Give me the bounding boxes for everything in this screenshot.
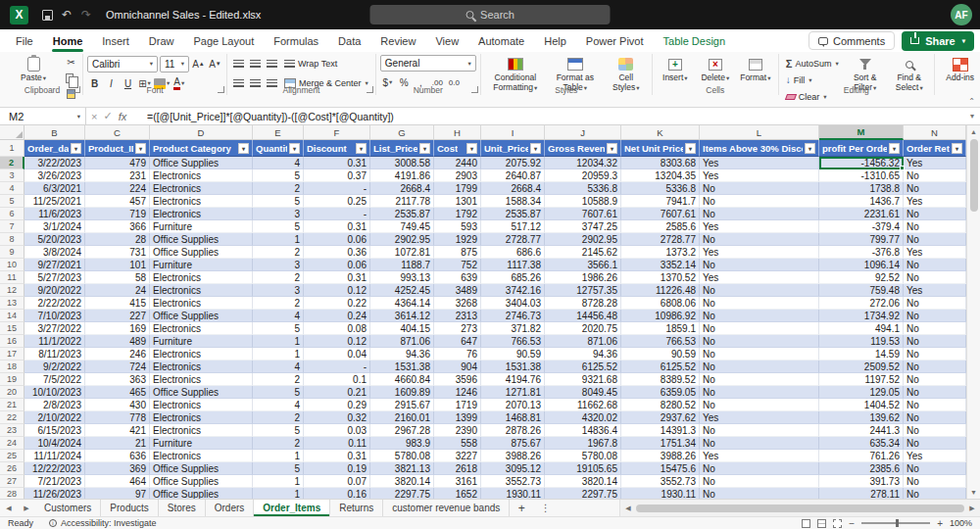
cell-I12[interactable]: 3742.16	[481, 284, 545, 297]
cell-N25[interactable]: Yes	[904, 450, 966, 462]
cell-G11[interactable]: 993.13	[370, 271, 434, 284]
zoom-slider-thumb[interactable]	[896, 519, 899, 527]
cell-L20[interactable]: No	[700, 386, 819, 399]
row-header-12[interactable]: 12	[0, 284, 24, 297]
cell-M4[interactable]: 1738.8	[819, 182, 904, 195]
cell-I5[interactable]: 1588.34	[481, 195, 545, 208]
cell-C21[interactable]: 430	[85, 399, 150, 411]
number-format-select[interactable]: General▾	[380, 55, 476, 72]
cell-M19[interactable]: 1197.52	[819, 373, 904, 386]
format-cells-button[interactable]: Format▾	[737, 55, 774, 83]
cell-D13[interactable]: Electronics	[150, 297, 253, 310]
cell-I7[interactable]: 517.12	[481, 220, 545, 233]
cell-B10[interactable]: 9/27/2021	[24, 259, 85, 271]
cell-D24[interactable]: Furniture	[150, 437, 253, 450]
cell-I25[interactable]: 3988.26	[481, 450, 545, 462]
cell-K25[interactable]: 3988.26	[621, 450, 700, 462]
cell-F25[interactable]: 0.31	[304, 450, 370, 462]
cell-F16[interactable]: 0.12	[304, 335, 370, 348]
cell-F6[interactable]: -	[304, 208, 370, 220]
table-header-N[interactable]: Order Returne▾	[904, 140, 966, 157]
cell-C22[interactable]: 778	[85, 411, 150, 424]
row-header-2[interactable]: 2	[0, 157, 24, 169]
row-header-4[interactable]: 4	[0, 182, 24, 195]
cell-K8[interactable]: 2728.77	[621, 233, 700, 246]
cell-F4[interactable]: -	[304, 182, 370, 195]
scroll-down-icon[interactable]: ▼	[967, 486, 980, 499]
cell-C8[interactable]: 28	[85, 233, 150, 246]
cell-I27[interactable]: 3552.73	[481, 475, 545, 488]
column-header-N[interactable]: N	[904, 125, 966, 140]
column-header-C[interactable]: C	[85, 125, 150, 140]
filter-button[interactable]: ▾	[889, 143, 900, 154]
row-header-21[interactable]: 21	[0, 399, 24, 411]
cell-I4[interactable]: 2668.4	[481, 182, 545, 195]
cell-L28[interactable]: No	[700, 488, 819, 499]
cell-L9[interactable]: Yes	[700, 246, 819, 259]
cell-L7[interactable]: Yes	[700, 220, 819, 233]
cell-C23[interactable]: 421	[85, 424, 150, 437]
cell-K17[interactable]: 90.59	[621, 348, 700, 361]
cell-E26[interactable]: 5	[253, 462, 304, 475]
cell-L4[interactable]: No	[700, 182, 819, 195]
sheet-tab-customers[interactable]: Customers	[35, 500, 101, 516]
cell-G10[interactable]: 1188.7	[370, 259, 434, 271]
cell-B14[interactable]: 7/10/2023	[24, 310, 85, 322]
cell-K12[interactable]: 11226.48	[621, 284, 700, 297]
cell-H12[interactable]: 3489	[434, 284, 481, 297]
cell-N21[interactable]: No	[904, 399, 966, 411]
add-sheet-button[interactable]: +	[510, 500, 533, 516]
row-header-19[interactable]: 19	[0, 373, 24, 386]
zoom-out-button[interactable]: −	[849, 518, 855, 529]
cell-H2[interactable]: 2440	[434, 157, 481, 169]
column-header-I[interactable]: I	[481, 125, 545, 140]
cell-H26[interactable]: 2618	[434, 462, 481, 475]
cell-M25[interactable]: 761.26	[819, 450, 904, 462]
cell-D22[interactable]: Electronics	[150, 411, 253, 424]
cell-L15[interactable]: No	[700, 322, 819, 335]
cell-E25[interactable]: 1	[253, 450, 304, 462]
cell-G25[interactable]: 5780.08	[370, 450, 434, 462]
cell-I19[interactable]: 4194.76	[481, 373, 545, 386]
cell-J15[interactable]: 2020.75	[545, 322, 621, 335]
cell-K28[interactable]: 1930.11	[621, 488, 700, 499]
cell-B24[interactable]: 10/4/2024	[24, 437, 85, 450]
sheet-tab-stores[interactable]: Stores	[159, 500, 206, 516]
cell-C20[interactable]: 465	[85, 386, 150, 399]
cell-G21[interactable]: 2915.67	[370, 399, 434, 411]
cell-G9[interactable]: 1072.81	[370, 246, 434, 259]
cell-N22[interactable]: No	[904, 411, 966, 424]
cell-K3[interactable]: 13204.35	[621, 169, 700, 182]
cell-K9[interactable]: 1373.2	[621, 246, 700, 259]
cell-L6[interactable]: No	[700, 208, 819, 220]
cell-E8[interactable]: 1	[253, 233, 304, 246]
filter-button[interactable]: ▾	[530, 143, 541, 154]
cell-D17[interactable]: Electronics	[150, 348, 253, 361]
cell-D15[interactable]: Electronics	[150, 322, 253, 335]
cell-I13[interactable]: 3404.03	[481, 297, 545, 310]
cell-D27[interactable]: Office Supplies	[150, 475, 253, 488]
accessibility-button[interactable]: i Accessibility: Investigate	[49, 518, 157, 528]
cell-I24[interactable]: 875.67	[481, 437, 545, 450]
cell-J4[interactable]: 5336.8	[545, 182, 621, 195]
filter-button[interactable]: ▾	[71, 143, 81, 154]
row-header-5[interactable]: 5	[0, 195, 24, 208]
table-header-D[interactable]: Product Category▾	[150, 140, 253, 157]
sheet-tab-order_items[interactable]: Order_Items	[254, 500, 330, 516]
formula-input[interactable]: =([@[Unit_Price]]*[@Quantity])-([@Cost]*…	[147, 108, 964, 124]
cell-H25[interactable]: 3227	[434, 450, 481, 462]
cell-G6[interactable]: 2535.87	[370, 208, 434, 220]
cell-J13[interactable]: 8728.28	[545, 297, 621, 310]
cell-J9[interactable]: 2145.62	[545, 246, 621, 259]
cell-M3[interactable]: -1310.65	[819, 169, 904, 182]
cell-L26[interactable]: No	[700, 462, 819, 475]
cell-N17[interactable]: No	[904, 348, 966, 361]
next-sheet-icon[interactable]: ▶	[24, 505, 28, 512]
cell-I6[interactable]: 2535.87	[481, 208, 545, 220]
cell-F24[interactable]: 0.11	[304, 437, 370, 450]
cell-J12[interactable]: 12757.35	[545, 284, 621, 297]
cell-B6[interactable]: 11/6/2023	[24, 208, 85, 220]
alignment-dialog-launcher[interactable]	[367, 86, 373, 93]
cell-F7[interactable]: 0.31	[304, 220, 370, 233]
column-header-F[interactable]: F	[304, 125, 370, 140]
